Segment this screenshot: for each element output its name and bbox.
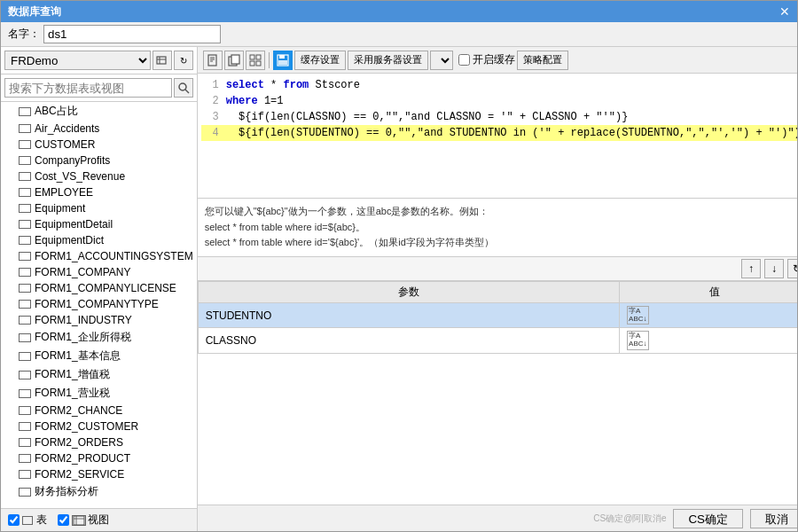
window-title: 数据库查询 bbox=[8, 4, 61, 20]
svg-rect-14 bbox=[250, 55, 254, 59]
sql-editor-content[interactable]: 1 select * from Stscore 2 where 1=1 3 ${… bbox=[198, 74, 797, 198]
list-item[interactable]: CUSTOMER bbox=[1, 137, 197, 153]
hint-line-3: select * from table where id='${abc}'。（如… bbox=[205, 235, 797, 251]
toolbar-save-icon[interactable] bbox=[273, 51, 293, 70]
svg-rect-5 bbox=[74, 516, 84, 525]
toolbar-separator bbox=[269, 52, 270, 68]
table-row-icon bbox=[19, 107, 31, 116]
col-param-header: 参数 bbox=[198, 281, 619, 302]
name-bar: 名字： bbox=[1, 22, 797, 47]
col-value-header: 值 bbox=[620, 281, 797, 302]
sql-editor[interactable]: 1 select * from Stscore 2 where 1=1 3 ${… bbox=[198, 74, 797, 199]
table-checkbox[interactable]: 表 bbox=[8, 512, 47, 528]
table-row-icon bbox=[19, 371, 31, 379]
ok-button[interactable]: CS确定 bbox=[673, 509, 743, 528]
list-item[interactable]: FORM1_增值税 bbox=[1, 365, 197, 384]
table-row-icon bbox=[19, 140, 31, 149]
toolbar-icon-btn-3[interactable] bbox=[246, 51, 265, 70]
table-row: CLASSNO 字AABC↓ bbox=[198, 328, 797, 354]
svg-rect-17 bbox=[256, 61, 261, 66]
table-list: ABC占比 Air_Accidents CUSTOMER CompanyProf… bbox=[1, 102, 197, 508]
table-row-icon bbox=[19, 333, 31, 342]
table-row-icon bbox=[19, 188, 31, 197]
doc-icon bbox=[207, 54, 219, 66]
table-row-icon bbox=[19, 236, 31, 245]
name-input[interactable] bbox=[43, 25, 221, 43]
param-name-cell: CLASSNO bbox=[198, 328, 619, 354]
list-item[interactable]: FORM2_CUSTOMER bbox=[1, 419, 197, 434]
datasource-select[interactable]: FRDemo bbox=[4, 51, 151, 70]
list-item[interactable]: EquipmentDict bbox=[1, 232, 197, 248]
edit-icon bbox=[156, 55, 168, 66]
refresh-button[interactable]: ↻ bbox=[174, 51, 193, 70]
grid-icon bbox=[249, 54, 262, 66]
list-item[interactable]: FORM1_COMPANY bbox=[1, 264, 197, 280]
table-row-icon bbox=[19, 438, 31, 447]
server-settings-button[interactable]: 采用服务器设置 bbox=[348, 51, 428, 70]
param-refresh-button[interactable]: ↻ bbox=[787, 259, 797, 278]
enable-cache-checkbox[interactable]: 开启缓存 bbox=[458, 52, 515, 67]
table-row-icon bbox=[19, 422, 31, 431]
title-bar: 数据库查询 ✕ bbox=[1, 1, 797, 22]
list-item[interactable]: Cost_VS_Revenue bbox=[1, 168, 197, 184]
hint-line-2: select * from table where id=${abc}。 bbox=[205, 220, 797, 236]
table-row-icon bbox=[19, 284, 31, 293]
save-icon bbox=[277, 54, 289, 66]
list-item[interactable]: FORM2_PRODUCT bbox=[1, 450, 197, 466]
list-item[interactable]: ABC占比 bbox=[1, 102, 197, 121]
toolbar: 缓存设置 采用服务器设置 开启缓存 策略配置 bbox=[198, 47, 797, 74]
param-type-icon-1: 字AABC↓ bbox=[627, 306, 648, 325]
name-label: 名字： bbox=[8, 27, 40, 42]
view-checkbox[interactable]: 视图 bbox=[58, 512, 109, 528]
list-item[interactable]: FORM1_基本信息 bbox=[1, 347, 197, 365]
view-type-icon bbox=[72, 515, 86, 526]
hint-panel: 您可以键入"${abc}"做为一个参数，这里abc是参数的名称。例如： sele… bbox=[198, 199, 797, 257]
toolbar-icon-btn-2[interactable] bbox=[224, 51, 244, 70]
cache-settings-button[interactable]: 缓存设置 bbox=[294, 51, 346, 70]
table-row-icon bbox=[19, 220, 31, 229]
list-item[interactable]: FORM1_营业税 bbox=[1, 384, 197, 403]
param-down-button[interactable]: ↓ bbox=[764, 259, 784, 278]
svg-rect-19 bbox=[279, 55, 285, 59]
table-row-icon bbox=[19, 406, 31, 415]
bottom-bar: CS确定@阿|取消e CS确定 取消 bbox=[198, 505, 797, 531]
left-panel: FRDemo ↻ bbox=[1, 47, 198, 531]
list-item[interactable]: FORM1_企业所得税 bbox=[1, 328, 197, 347]
cancel-button[interactable]: 取消 bbox=[750, 509, 797, 528]
search-icon bbox=[177, 82, 190, 94]
right-panel: 缓存设置 采用服务器设置 开启缓存 策略配置 1 select * from S… bbox=[198, 47, 797, 531]
server-settings-select[interactable] bbox=[430, 51, 453, 70]
close-button[interactable]: ✕ bbox=[779, 4, 790, 19]
table-row-icon bbox=[19, 172, 31, 181]
list-item[interactable]: EquipmentDetail bbox=[1, 216, 197, 232]
search-input[interactable] bbox=[4, 78, 172, 98]
params-table: 参数 值 STUDENTNO 字AABC↓ bbox=[198, 281, 797, 505]
list-item[interactable]: CompanyProfits bbox=[1, 153, 197, 168]
list-item[interactable]: FORM1_COMPANYTYPE bbox=[1, 296, 197, 312]
svg-line-4 bbox=[185, 90, 189, 93]
search-button[interactable] bbox=[174, 78, 193, 98]
list-item[interactable]: 财务指标分析 bbox=[1, 482, 197, 501]
strategy-config-button[interactable]: 策略配置 bbox=[517, 51, 568, 70]
toolbar-icon-btn-1[interactable] bbox=[203, 51, 223, 70]
table-row-icon bbox=[19, 488, 31, 497]
main-window: 数据库查询 ✕ 名字： FRDemo ↻ bbox=[0, 0, 798, 532]
list-item[interactable]: FORM1_INDUSTRY bbox=[1, 312, 197, 328]
edit-datasource-button[interactable] bbox=[153, 51, 172, 70]
table-type-icon bbox=[22, 516, 33, 525]
list-item[interactable]: FORM1_ACCOUNTINGSYSTEM bbox=[1, 248, 197, 264]
list-item[interactable]: FORM2_CHANCE bbox=[1, 403, 197, 419]
list-item[interactable]: Air_Accidents bbox=[1, 121, 197, 137]
param-up-button[interactable]: ↑ bbox=[741, 259, 761, 278]
list-item[interactable]: EMPLOYEE bbox=[1, 184, 197, 200]
copy-icon bbox=[228, 54, 240, 66]
list-item[interactable]: FORM1_COMPANYLICENSE bbox=[1, 280, 197, 296]
table-row-icon bbox=[19, 470, 31, 479]
list-item[interactable]: Equipment bbox=[1, 200, 197, 216]
list-item[interactable]: FORM2_ORDERS bbox=[1, 434, 197, 450]
param-value-cell: 字AABC↓ bbox=[620, 328, 797, 354]
table-row-icon bbox=[19, 316, 31, 325]
table-row: STUDENTNO 字AABC↓ bbox=[198, 302, 797, 328]
list-item[interactable]: FORM2_SERVICE bbox=[1, 466, 197, 482]
sql-line-2: 2 where 1=1 bbox=[201, 93, 797, 109]
